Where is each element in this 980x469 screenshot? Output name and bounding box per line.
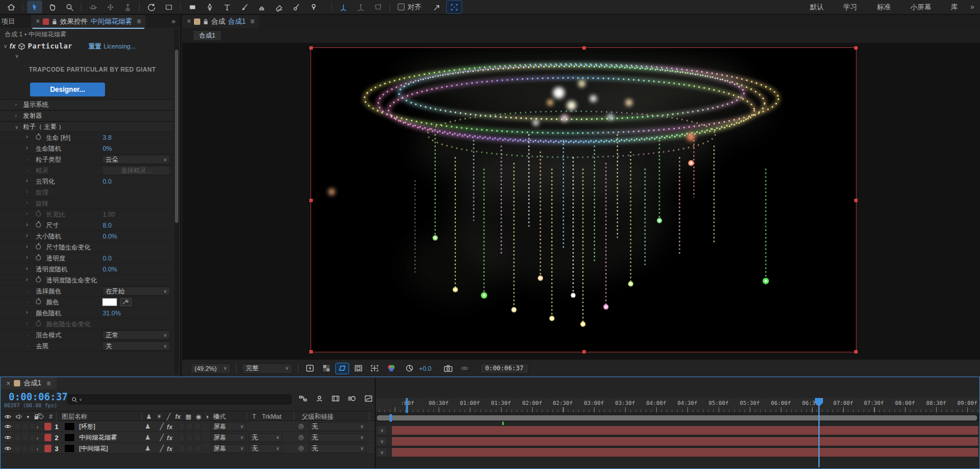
snapshot-camera-icon[interactable] <box>442 363 455 374</box>
eye-toggle[interactable] <box>3 443 12 454</box>
snap-bounds-icon[interactable] <box>447 1 462 13</box>
tab-overflow-icon[interactable]: » <box>171 17 180 25</box>
param-group-emitter[interactable]: › 发射器 <box>0 110 173 121</box>
local-axis-mode-icon[interactable] <box>336 1 351 13</box>
hide-shy-icon[interactable] <box>315 394 324 403</box>
param-value[interactable]: 31.0% <box>103 310 121 317</box>
label-column-icon[interactable] <box>38 413 44 420</box>
track-disclosure-icon[interactable]: ∨ <box>377 426 387 435</box>
layer-row[interactable]: › 3 [中间烟花] ♟ ╱ fx 屏幕∨ 无∨ ◎ 无∨ <box>1 443 375 454</box>
composition-frame[interactable] <box>311 47 856 352</box>
rotation-tool-icon[interactable] <box>144 1 159 13</box>
chevron-right-icon[interactable]: › <box>26 188 28 195</box>
layer-name[interactable]: 中间烟花烟雾 <box>79 432 117 443</box>
param-value[interactable]: 0.0 <box>103 255 111 262</box>
panel-menu-icon[interactable]: ≡ <box>137 17 141 25</box>
chevron-right-icon[interactable]: › <box>26 221 28 228</box>
layer-name[interactable]: [中间烟花] <box>79 443 108 454</box>
panel-menu-icon[interactable]: ≡ <box>250 17 255 25</box>
chevron-down-icon[interactable]: ∨ <box>15 125 18 130</box>
type-tool-icon[interactable] <box>219 1 234 13</box>
layer-name-column-header[interactable]: 图层名称 <box>62 412 87 421</box>
motion-blur-switch-icon[interactable]: ◉ <box>196 413 202 420</box>
param-group-particle-main[interactable]: ∨ 粒子（ 主要 ） <box>0 121 173 132</box>
channel-settings-icon[interactable] <box>384 363 399 374</box>
brush-tool-icon[interactable] <box>237 1 252 13</box>
work-area-start-bracket[interactable] <box>406 398 408 413</box>
region-of-interest-icon[interactable] <box>368 363 381 374</box>
snap-cursor-icon[interactable] <box>429 1 444 13</box>
chevron-right-icon[interactable]: › <box>26 320 28 326</box>
quality-toggle[interactable]: ╱ <box>160 443 164 454</box>
workspace-tab-learn[interactable]: 学习 <box>843 2 877 12</box>
lock-toggle[interactable] <box>29 434 36 441</box>
transform-handle[interactable] <box>309 199 313 202</box>
frame-blend-switch-icon[interactable]: ▦ <box>185 413 191 420</box>
param-group-display-system[interactable]: › 显示系统 <box>0 99 173 110</box>
chevron-down-icon[interactable]: ∨ <box>3 43 8 49</box>
pickwhip-icon[interactable]: ◎ <box>298 444 304 452</box>
eyedropper-icon[interactable] <box>120 298 132 306</box>
graph-editor-icon[interactable] <box>364 394 373 403</box>
roto-brush-tool-icon[interactable] <box>289 1 304 13</box>
motion-blur-toggle[interactable] <box>186 434 193 441</box>
frame-blend-toggle[interactable] <box>178 445 185 452</box>
roi-icon[interactable] <box>336 363 349 374</box>
stopwatch-icon[interactable] <box>36 244 41 250</box>
current-time-display[interactable]: 0:00:06:37 <box>9 391 68 403</box>
blend-mode-dropdown[interactable]: 正常 ∨ <box>102 330 170 340</box>
lock-toggle[interactable] <box>29 445 36 452</box>
eye-toggle[interactable] <box>3 421 12 432</box>
time-ruler[interactable]: :00f 00:30f 01:00f 01:30f 02:00f 02:30f … <box>376 398 979 413</box>
track-disclosure-icon[interactable]: ∨ <box>377 448 387 457</box>
shy-toggle[interactable]: ♟ <box>145 432 151 443</box>
dolly-camera-tool-icon[interactable] <box>120 1 135 13</box>
quality-toggle[interactable]: ╱ <box>160 432 164 443</box>
t-column-header[interactable]: T <box>252 413 256 420</box>
home-icon[interactable] <box>3 1 18 13</box>
adjustment-layer-switch-icon[interactable]: ◐ <box>206 413 210 420</box>
layer-name[interactable]: [环形] <box>79 421 95 432</box>
stopwatch-icon[interactable] <box>36 277 41 282</box>
viewer-canvas[interactable] <box>182 43 980 359</box>
audio-toggle[interactable] <box>14 434 21 441</box>
close-icon[interactable]: × <box>36 17 40 25</box>
timeline-comp-tab[interactable]: × 合成1 ≡ <box>1 377 57 389</box>
frame-blend-toggle[interactable] <box>178 423 185 430</box>
motion-blur-toggle[interactable] <box>186 423 193 430</box>
playhead-line[interactable] <box>818 406 820 467</box>
threed-toggle[interactable] <box>194 423 201 430</box>
magnification-dropdown[interactable]: (49.2%) ∨ <box>190 363 231 374</box>
transform-handle[interactable] <box>309 46 313 50</box>
eraser-tool-icon[interactable] <box>271 1 286 13</box>
comp-selector-tab[interactable]: 合成1 <box>193 30 222 41</box>
param-value[interactable]: 0% <box>103 145 112 152</box>
quality-toggle[interactable]: ╱ <box>160 421 164 432</box>
color-swatch[interactable] <box>102 298 117 306</box>
zoom-tool-icon[interactable] <box>62 1 77 13</box>
layer-row[interactable]: › 1 [环形] ♟ ╱ fx 屏幕∨ ◎ 无∨ <box>1 421 375 432</box>
audio-toggle[interactable] <box>14 423 21 430</box>
time-navigator[interactable] <box>376 414 979 422</box>
pickwhip-icon[interactable]: ◎ <box>298 422 304 430</box>
composition-flowchart-icon[interactable] <box>298 394 308 403</box>
stopwatch-icon[interactable] <box>36 321 41 326</box>
lock-toggle[interactable] <box>29 423 36 430</box>
exposure-value[interactable]: +0.0 <box>419 365 432 372</box>
blend-mode-dropdown[interactable]: 屏幕∨ <box>211 444 246 453</box>
reset-link[interactable]: 重置 <box>89 42 102 51</box>
layer-duration-bar[interactable] <box>392 437 978 446</box>
chevron-right-icon[interactable]: › <box>26 199 28 206</box>
layer-disclosure-icon[interactable]: › <box>36 432 39 443</box>
scrollbar-thumb[interactable] <box>175 50 178 223</box>
chevron-right-icon[interactable]: › <box>26 144 28 151</box>
preview-timecode[interactable]: 0:00:06:37 <box>480 363 529 374</box>
parent-dropdown[interactable]: 无∨ <box>309 433 366 442</box>
param-value[interactable]: 8.0 <box>103 222 111 229</box>
panel-menu-icon[interactable]: ≡ <box>47 379 51 388</box>
view-axis-mode-icon[interactable] <box>371 1 386 13</box>
choose-sprite-button[interactable]: 选择精灵... <box>102 166 170 175</box>
licensing-link[interactable]: Licensing... <box>104 43 136 50</box>
track-disclosure-icon[interactable]: ∨ <box>377 437 387 446</box>
layer-row[interactable]: › 2 中间烟花烟雾 ♟ ╱ fx 屏幕∨ 无∨ ◎ 无∨ <box>1 432 375 443</box>
